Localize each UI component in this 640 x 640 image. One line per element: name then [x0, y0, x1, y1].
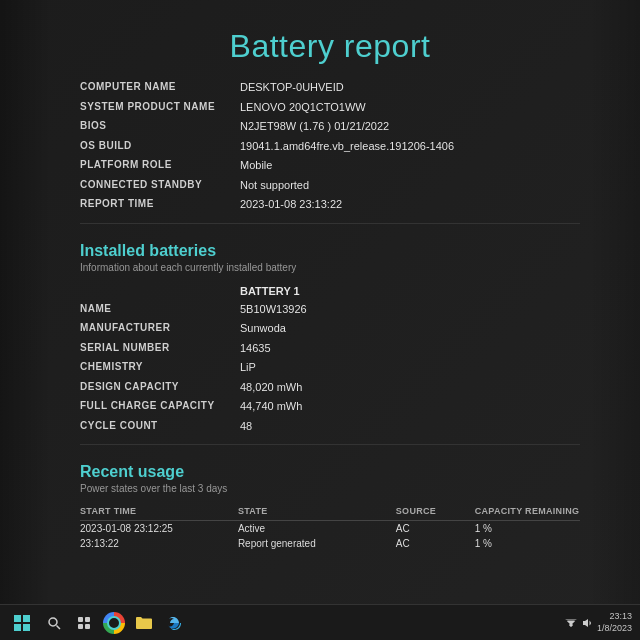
info-label: PLATFORM ROLE	[80, 157, 240, 174]
battery-info-label: MANUFACTURER	[80, 320, 240, 337]
svg-rect-4	[78, 624, 83, 629]
info-label: REPORT TIME	[80, 196, 240, 213]
info-value: 19041.1.amd64fre.vb_release.191206-1406	[240, 138, 454, 155]
system-info-row: REPORT TIME 2023-01-08 23:13:22	[80, 196, 580, 213]
page-title: Battery report	[80, 10, 580, 79]
taskbar-clock: 23:13 1/8/2023	[597, 611, 636, 634]
battery-info-row: CHEMISTRY LiP	[80, 359, 580, 376]
info-label: COMPUTER NAME	[80, 79, 240, 96]
info-value: N2JET98W (1.76 ) 01/21/2022	[240, 118, 389, 135]
col-header-source: SOURCE	[396, 506, 475, 521]
info-value: LENOVO 20Q1CTO1WW	[240, 99, 366, 116]
usage-table-row: 2023-01-08 23:12:25 Active AC 1 %	[80, 521, 580, 537]
battery-info-label: CHEMISTRY	[80, 359, 240, 376]
battery-info-value: LiP	[240, 359, 256, 376]
battery-info-label: NAME	[80, 301, 240, 318]
volume-icon	[581, 617, 593, 629]
recent-usage-title: Recent usage	[80, 463, 580, 481]
usage-source: AC	[396, 521, 475, 537]
battery-info-row: FULL CHARGE CAPACITY 44,740 mWh	[80, 398, 580, 415]
battery-info-row: MANUFACTURER Sunwoda	[80, 320, 580, 337]
system-info-row: CONNECTED STANDBY Not supported	[80, 177, 580, 194]
taskbar-task-view-icon[interactable]	[70, 609, 98, 637]
info-label: OS BUILD	[80, 138, 240, 155]
battery-info-value: 14635	[240, 340, 271, 357]
clock-date: 1/8/2023	[597, 623, 632, 635]
info-value: DESKTOP-0UHVEID	[240, 79, 344, 96]
battery-info-label: FULL CHARGE CAPACITY	[80, 398, 240, 415]
usage-table: START TIME STATE SOURCE CAPACITY REMAINI…	[80, 506, 580, 551]
col-header-start-time: START TIME	[80, 506, 238, 521]
info-value: 2023-01-08 23:13:22	[240, 196, 342, 213]
battery-info-value: 48	[240, 418, 252, 435]
battery-info-value: 48,020 mWh	[240, 379, 302, 396]
clock-time: 23:13	[597, 611, 632, 623]
taskbar-tray: 23:13 1/8/2023	[565, 611, 636, 634]
battery-name-row: BATTERY 1	[80, 285, 580, 297]
usage-capacity: 1 %	[475, 536, 580, 551]
system-info-row: BIOS N2JET98W (1.76 ) 01/21/2022	[80, 118, 580, 135]
divider-1	[80, 223, 580, 224]
windows-logo-icon	[14, 615, 30, 631]
system-info-row: PLATFORM ROLE Mobile	[80, 157, 580, 174]
taskbar-pinned-icons	[40, 609, 565, 637]
usage-state: Active	[238, 521, 396, 537]
svg-rect-3	[85, 617, 90, 622]
battery-section-title: Installed batteries	[80, 242, 580, 260]
info-value: Not supported	[240, 177, 309, 194]
system-info-section: COMPUTER NAME DESKTOP-0UHVEID SYSTEM PRO…	[80, 79, 580, 213]
divider-2	[80, 444, 580, 445]
svg-rect-5	[85, 624, 90, 629]
battery-info-label: DESIGN CAPACITY	[80, 379, 240, 396]
battery-info-row: SERIAL NUMBER 14635	[80, 340, 580, 357]
taskbar-folder-icon[interactable]	[130, 609, 158, 637]
usage-capacity: 1 %	[475, 521, 580, 537]
usage-start-time: 23:13:22	[80, 536, 238, 551]
battery-info-row: NAME 5B10W13926	[80, 301, 580, 318]
col-header-state: STATE	[238, 506, 396, 521]
usage-table-row: 23:13:22 Report generated AC 1 %	[80, 536, 580, 551]
usage-start-time: 2023-01-08 23:12:25	[80, 521, 238, 537]
info-value: Mobile	[240, 157, 272, 174]
start-button[interactable]	[4, 609, 40, 637]
recent-usage-section: Recent usage Power states over the last …	[80, 463, 580, 551]
info-label: BIOS	[80, 118, 240, 135]
battery-section: Installed batteries Information about ea…	[80, 242, 580, 435]
battery-info-label: CYCLE COUNT	[80, 418, 240, 435]
chrome-icon-inner	[103, 612, 125, 634]
battery-info-label: SERIAL NUMBER	[80, 340, 240, 357]
battery-name-value: BATTERY 1	[240, 285, 300, 297]
battery-info-row: DESIGN CAPACITY 48,020 mWh	[80, 379, 580, 396]
battery-info-row: CYCLE COUNT 48	[80, 418, 580, 435]
taskbar-search-icon[interactable]	[40, 609, 68, 637]
system-info-row: COMPUTER NAME DESKTOP-0UHVEID	[80, 79, 580, 96]
usage-source: AC	[396, 536, 475, 551]
screen: Battery report COMPUTER NAME DESKTOP-0UH…	[0, 0, 640, 640]
taskbar-edge-icon[interactable]	[160, 609, 188, 637]
svg-rect-2	[78, 617, 83, 622]
taskbar: 23:13 1/8/2023	[0, 604, 640, 640]
battery-info-value: 44,740 mWh	[240, 398, 302, 415]
system-info-row: SYSTEM PRODUCT NAME LENOVO 20Q1CTO1WW	[80, 99, 580, 116]
recent-usage-subtitle: Power states over the last 3 days	[80, 483, 580, 494]
network-icon	[565, 618, 577, 628]
info-label: SYSTEM PRODUCT NAME	[80, 99, 240, 116]
col-header-capacity: CAPACITY REMAINING	[475, 506, 580, 521]
battery-name-label	[80, 285, 240, 297]
battery-info-value: 5B10W13926	[240, 301, 307, 318]
battery-info-value: Sunwoda	[240, 320, 286, 337]
info-label: CONNECTED STANDBY	[80, 177, 240, 194]
taskbar-chrome-icon[interactable]	[100, 609, 128, 637]
battery-section-subtitle: Information about each currently install…	[80, 262, 580, 273]
svg-line-1	[57, 625, 61, 629]
svg-point-0	[49, 618, 57, 626]
system-info-row: OS BUILD 19041.1.amd64fre.vb_release.191…	[80, 138, 580, 155]
usage-state: Report generated	[238, 536, 396, 551]
